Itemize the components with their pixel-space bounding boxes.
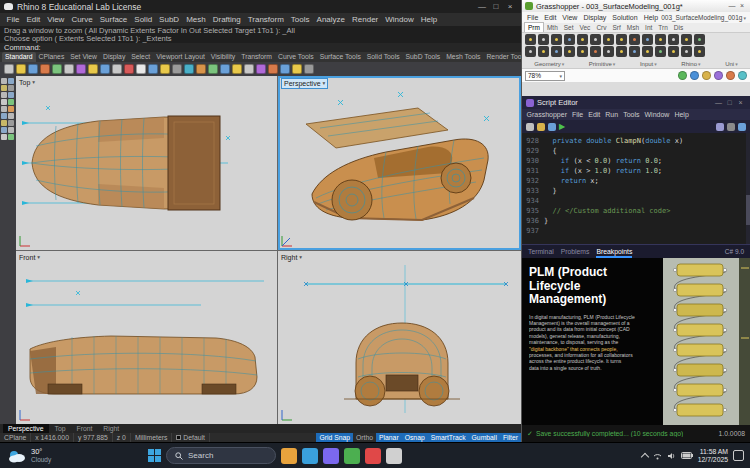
component-icon[interactable] [668,34,679,45]
sidebar-tool-icon[interactable] [8,92,14,98]
toolbar-icon[interactable] [172,64,182,74]
panel-tab[interactable]: Problems [561,245,590,258]
palette-group-label[interactable]: Primitive [589,61,616,67]
menu-item[interactable]: Help [641,14,661,21]
units-label[interactable]: Millimeters [131,433,172,442]
menu-item[interactable]: File [3,15,23,24]
sidebar-tool-icon[interactable] [1,85,7,91]
toolbar-icon[interactable] [52,64,62,74]
toolbar-tab[interactable]: Standard [2,52,36,62]
sidebar-tool-icon[interactable] [8,120,14,126]
volume-icon[interactable] [667,452,676,460]
toolbar-icon[interactable] [112,64,122,74]
display-mode-icon[interactable] [738,71,747,80]
component-icon[interactable] [681,46,692,57]
menu-item[interactable]: Window [642,111,672,118]
status-toggle[interactable]: Osnap [402,433,428,442]
language-badge[interactable]: C# 9.0 [725,248,744,255]
sidebar-tool-icon[interactable] [8,134,14,140]
menu-item[interactable]: Mesh [183,15,210,24]
status-toggle[interactable]: Grid Snap [316,433,353,442]
minimize-button[interactable]: — [713,96,724,109]
category-tab[interactable]: Vec [577,23,594,32]
toolbar-icon[interactable] [727,123,735,131]
toolbar-tab[interactable]: CPlanes [36,52,68,62]
viewport-top[interactable]: Top ▾ [16,76,277,250]
component-icon[interactable] [694,34,705,45]
category-tab[interactable]: Prm [524,22,544,32]
component-icon[interactable] [577,46,588,57]
component-icon[interactable] [603,46,614,57]
menu-item[interactable]: Surface [96,15,131,24]
category-tab[interactable]: Set [561,23,577,32]
menu-item[interactable]: SubD [156,15,183,24]
toolbar-tab[interactable]: Transform [238,52,275,62]
toolbar-tab[interactable]: Viewport Layout [153,52,208,62]
minimize-button[interactable]: — [727,0,737,12]
toolbar-icon[interactable] [548,123,556,131]
close-button[interactable]: × [737,0,747,12]
sidebar-tool-icon[interactable] [1,99,7,105]
status-toggle[interactable]: Gumball [469,433,500,442]
taskbar-app-icon[interactable] [302,448,318,464]
toolbar-icon[interactable] [40,64,50,74]
sidebar-tool-icon[interactable] [1,78,7,84]
component-icon[interactable] [538,34,549,45]
notification-center-icon[interactable] [733,450,744,461]
layer-selector[interactable]: Default [172,433,210,442]
viewport-tab[interactable]: Top [50,424,71,433]
wifi-icon[interactable] [653,452,662,460]
menu-item[interactable]: Analyze [313,15,348,24]
palette-group-label[interactable]: Rhino [681,61,700,67]
component-icon[interactable] [616,46,627,57]
category-tab[interactable]: Srf [609,23,623,32]
taskbar-app-icon[interactable] [323,448,339,464]
category-tab[interactable]: Dis [671,23,686,32]
sidebar-tool-icon[interactable] [8,85,14,91]
taskbar-app-icon[interactable] [365,448,381,464]
category-tab[interactable]: Trn [655,23,671,32]
viewport-perspective[interactable]: Perspective ▾ [278,76,521,250]
menu-item[interactable]: Grasshopper [524,111,569,118]
toolbar-icon[interactable] [716,123,724,131]
component-icon[interactable] [668,46,679,57]
panel-tab[interactable]: Breakpoints [596,245,632,258]
component-icon[interactable] [655,34,666,45]
menu-item[interactable]: View [44,15,68,24]
taskbar-app-icon[interactable] [386,448,402,464]
toolbar-icon[interactable] [292,64,302,74]
menu-item[interactable]: View [559,14,580,21]
panel-tab[interactable]: Terminal [528,245,554,258]
toolbar-icon[interactable] [232,64,242,74]
toolbar-tab[interactable]: Render Tools [483,52,521,62]
status-toggle[interactable]: Planar [376,433,402,442]
toolbar-icon[interactable] [16,64,26,74]
toolbar-icon[interactable] [208,64,218,74]
toolbar-icon[interactable] [537,123,545,131]
status-toggle[interactable]: Ortho [353,433,376,442]
toolbar-icon[interactable] [100,64,110,74]
search-box[interactable]: Search [166,447,276,464]
component-icon[interactable] [616,34,627,45]
menu-item[interactable]: Run [603,111,621,118]
toolbar-icon[interactable] [88,64,98,74]
component-icon[interactable] [577,34,588,45]
component-icon[interactable] [629,46,640,57]
taskbar-app-icon[interactable] [344,448,360,464]
menu-item[interactable]: Tools [621,111,642,118]
toolbar-tab[interactable]: Solid Tools [364,52,403,62]
component-icon[interactable] [551,34,562,45]
viewport-front-label[interactable]: Front ▾ [19,253,40,262]
sidebar-tool-icon[interactable] [1,113,7,119]
sidebar-tool-icon[interactable] [1,127,7,133]
menu-item[interactable]: Solid [131,15,156,24]
viewport-tab[interactable]: Perspective [3,424,49,433]
status-toggle[interactable]: Filter [500,433,521,442]
sidebar-tool-icon[interactable] [1,134,7,140]
toolbar-icon[interactable] [136,64,146,74]
menu-item[interactable]: File [524,14,541,21]
toolbar-tab[interactable]: Set View [67,52,100,62]
component-icon[interactable] [564,34,575,45]
chevron-up-icon[interactable] [641,452,649,460]
toolbar-icon[interactable] [4,64,14,74]
